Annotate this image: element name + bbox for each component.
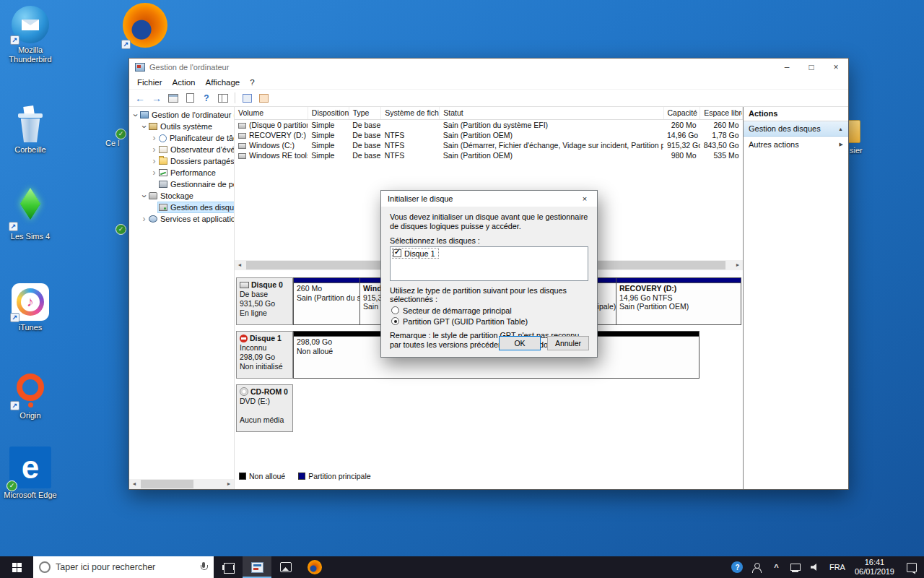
disk1-checkbox[interactable]: ✓ bbox=[393, 249, 401, 257]
chevron-right-icon[interactable]: › bbox=[140, 215, 148, 223]
disk-action-icon-2[interactable] bbox=[256, 91, 271, 105]
back-arrow-icon[interactable]: ← bbox=[133, 91, 147, 105]
taskbar-app-firefox[interactable] bbox=[300, 556, 329, 578]
radio-button-icon[interactable] bbox=[391, 306, 399, 314]
menu-action[interactable]: Action bbox=[167, 77, 201, 88]
microphone-icon[interactable] bbox=[199, 562, 208, 573]
maximize-button[interactable]: □ bbox=[799, 59, 824, 76]
network-button[interactable] bbox=[786, 556, 806, 578]
chevron-down-icon[interactable]: › bbox=[140, 123, 148, 131]
scroll-right-icon[interactable]: ► bbox=[224, 479, 234, 489]
tree-item-stockage[interactable]: › Stockage bbox=[129, 190, 234, 202]
volume-row[interactable]: Windows (C:) Simple De base NTFS Sain (D… bbox=[235, 140, 743, 150]
disk1-info[interactable]: Disque 1 Inconnu 298,09 Go Non initialis… bbox=[236, 331, 293, 379]
search-input[interactable] bbox=[56, 562, 194, 572]
time-text: 16:41 bbox=[855, 558, 894, 567]
cortana-icon bbox=[39, 561, 51, 573]
desktop-icon-itunes[interactable]: ↗ iTunes bbox=[1, 283, 59, 332]
show-hidden-icons-button[interactable]: ^ bbox=[767, 556, 786, 578]
title-bar[interactable]: Gestion de l'ordinateur – □ × bbox=[129, 59, 848, 76]
volume-button[interactable] bbox=[806, 556, 825, 578]
tree-horizontal-scrollbar[interactable]: ◄ ► bbox=[129, 479, 234, 489]
people-button[interactable] bbox=[747, 556, 767, 578]
tree-item-gestion-des-disques[interactable]: Gestion des disques bbox=[129, 202, 234, 213]
desktop-icon-label: Les Sims 4 bbox=[1, 232, 59, 241]
disk-list-box[interactable]: ✓ Disque 1 bbox=[390, 246, 588, 281]
get-help-button[interactable]: ? bbox=[728, 556, 747, 578]
desktop-icon-thunderbird[interactable]: ↗ Mozilla Thunderbird bbox=[1, 6, 59, 64]
task-view-button[interactable] bbox=[214, 556, 243, 578]
ok-button[interactable]: OK bbox=[499, 336, 541, 350]
scroll-left-icon[interactable]: ◄ bbox=[129, 479, 139, 489]
volume-row[interactable]: RECOVERY (D:) Simple De base NTFS Sain (… bbox=[235, 130, 743, 140]
tree-item-performance[interactable]: › Performance bbox=[129, 167, 234, 178]
desktop-icon-recycle-bin[interactable]: Corbeille bbox=[1, 105, 59, 155]
column-header-disposition[interactable]: Disposition bbox=[308, 107, 349, 119]
help-icon[interactable]: ? bbox=[199, 91, 214, 105]
origin-icon: ↗ bbox=[12, 371, 49, 409]
tree-item-root[interactable]: › Gestion de l'ordinateur (local) bbox=[129, 109, 234, 121]
console-tree-icon[interactable] bbox=[166, 91, 180, 105]
column-header-statut[interactable]: Statut bbox=[440, 107, 663, 119]
disk-action-icon-1[interactable] bbox=[240, 91, 254, 105]
tree-item-observateur[interactable]: › Observateur d'événements bbox=[129, 144, 234, 155]
scrollbar-thumb[interactable] bbox=[141, 480, 193, 488]
export-list-icon[interactable] bbox=[183, 91, 197, 105]
volume-row[interactable]: Windows RE tools Simple De base NTFS Sai… bbox=[235, 150, 743, 160]
start-button[interactable] bbox=[0, 556, 33, 578]
chevron-right-icon[interactable]: › bbox=[150, 169, 158, 177]
taskbar-app-computer-management[interactable] bbox=[243, 556, 271, 578]
partition-efi[interactable]: 260 Mo Sain (Partition du système EFI) bbox=[293, 277, 360, 325]
tree-item-services[interactable]: › Services et applications bbox=[129, 213, 234, 225]
menu-affichage[interactable]: Affichage bbox=[200, 77, 245, 88]
cdrom-info[interactable]: CD-ROM 0 DVD (E:) Aucun média bbox=[236, 384, 293, 432]
expand-right-icon[interactable]: ▶ bbox=[840, 142, 843, 147]
column-header-espace-libre[interactable]: Espace libre bbox=[700, 107, 743, 119]
taskbar-clock[interactable]: 16:41 06/01/2019 bbox=[850, 558, 899, 577]
tree-item-dossiers-partages[interactable]: › Dossiers partagés bbox=[129, 155, 234, 167]
tree-item-gestionnaire-peripheriques[interactable]: Gestionnaire de périphériques bbox=[129, 178, 234, 190]
column-header-systeme[interactable]: Système de fichiers bbox=[381, 107, 440, 119]
chevron-right-icon[interactable]: › bbox=[150, 146, 158, 154]
taskbar-app-2[interactable] bbox=[271, 556, 300, 578]
initialize-disk-dialog: Initialiser le disque × Vous devez initi… bbox=[380, 190, 598, 358]
volume-row[interactable]: (Disque 0 partition 1) Simple De base Sa… bbox=[235, 119, 743, 130]
dialog-title-bar[interactable]: Initialiser le disque × bbox=[381, 191, 597, 207]
minimize-button[interactable]: – bbox=[775, 59, 799, 76]
chevron-down-icon[interactable]: › bbox=[140, 192, 148, 200]
chevron-down-icon[interactable]: › bbox=[131, 111, 139, 119]
radio-mbr[interactable]: Secteur de démarrage principal bbox=[391, 305, 588, 316]
collapse-up-icon[interactable]: ▲ bbox=[838, 126, 843, 131]
forward-arrow-icon[interactable]: → bbox=[149, 91, 164, 105]
desktop-icon-edge[interactable]: ✓ Microsoft Edge bbox=[0, 447, 61, 500]
cancel-button[interactable]: Annuler bbox=[547, 336, 589, 350]
menu-fichier[interactable]: Fichier bbox=[132, 77, 167, 88]
disk1-list-item[interactable]: ✓ Disque 1 bbox=[392, 248, 439, 259]
actions-item-autres-actions[interactable]: Autres actions ▶ bbox=[744, 137, 848, 152]
scroll-right-icon[interactable]: ► bbox=[733, 260, 743, 270]
tree-item-outils-systeme[interactable]: › Outils système bbox=[129, 121, 234, 132]
radio-button-selected-icon[interactable] bbox=[391, 317, 399, 325]
action-center-button[interactable] bbox=[899, 556, 924, 578]
partition-recovery-d[interactable]: RECOVERY (D:) 14,96 Go NTFS Sain (Partit… bbox=[616, 277, 741, 325]
desktop-icon-origin[interactable]: ↗ Origin bbox=[1, 371, 59, 420]
disk0-info[interactable]: Disque 0 De base 931,50 Go En ligne bbox=[236, 277, 293, 325]
taskbar-search[interactable] bbox=[33, 556, 214, 578]
dialog-close-button[interactable]: × bbox=[572, 191, 597, 207]
language-indicator[interactable]: FRA bbox=[825, 563, 850, 571]
menu-help[interactable]: ? bbox=[245, 77, 259, 88]
chevron-right-icon[interactable]: › bbox=[150, 134, 158, 142]
radio-gpt[interactable]: Partition GPT (GUID Partition Table) bbox=[391, 316, 588, 327]
column-header-volume[interactable]: Volume bbox=[235, 107, 308, 119]
desktop-icon-sims4[interactable]: ↗ Les Sims 4 bbox=[1, 189, 59, 241]
column-header-capacite[interactable]: Capacité bbox=[663, 107, 700, 119]
column-header-type[interactable]: Type bbox=[349, 107, 381, 119]
desktop-icon-firefox[interactable]: ↗ bbox=[120, 3, 170, 48]
scroll-left-icon[interactable]: ◄ bbox=[235, 260, 245, 270]
close-button[interactable]: × bbox=[824, 59, 848, 76]
toolbar: ← → ? bbox=[129, 90, 848, 107]
tree-item-planificateur[interactable]: › Planificateur de tâches bbox=[129, 132, 234, 144]
actions-section-gestion-des-disques[interactable]: Gestion des disques ▲ bbox=[744, 121, 848, 137]
show-hide-panes-icon[interactable] bbox=[216, 91, 230, 105]
chevron-right-icon[interactable]: › bbox=[150, 158, 158, 165]
